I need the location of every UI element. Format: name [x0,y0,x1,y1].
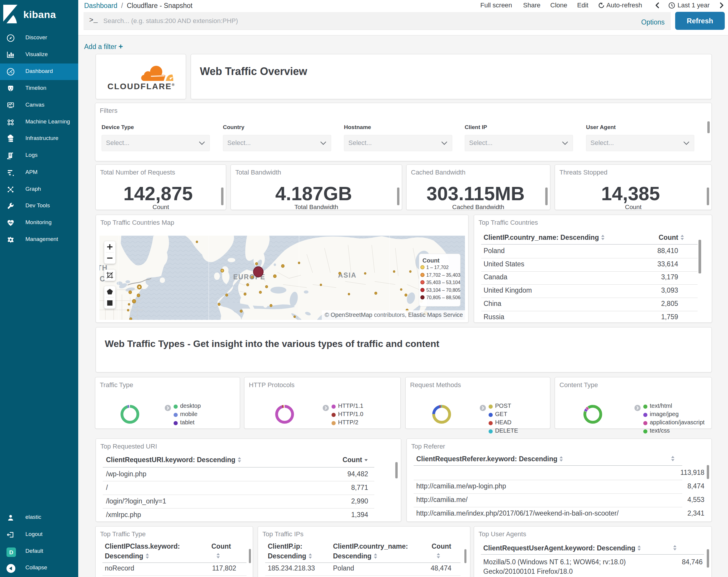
svg-text:D: D [9,549,13,555]
